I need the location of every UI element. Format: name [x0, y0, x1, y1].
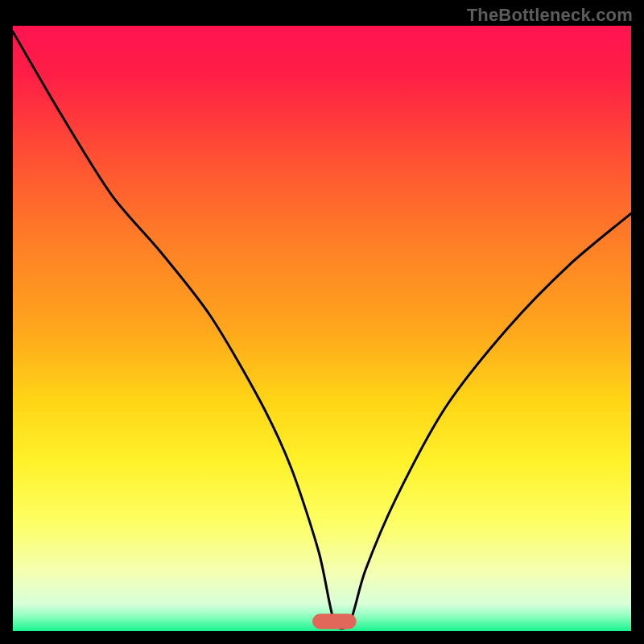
plot-area — [13, 26, 631, 631]
gradient-background — [13, 26, 631, 631]
optimal-marker — [312, 614, 356, 629]
chart-frame: TheBottleneck.com — [0, 0, 644, 644]
attribution-text: TheBottleneck.com — [467, 5, 633, 26]
bottleneck-chart — [13, 26, 631, 631]
